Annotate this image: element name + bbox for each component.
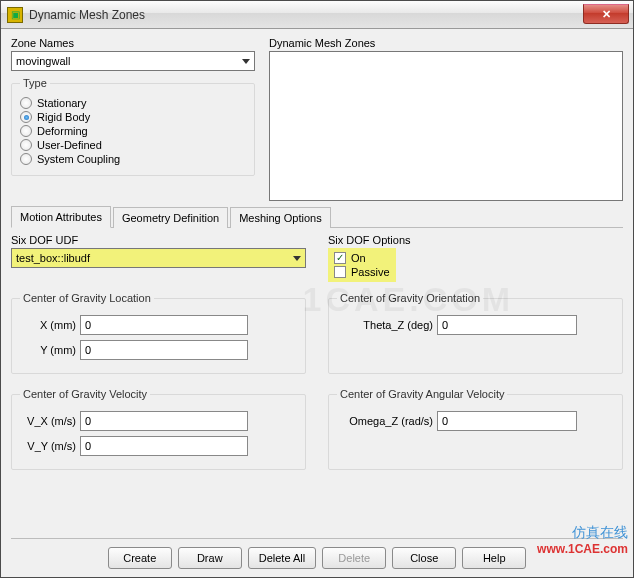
delete-button: Delete xyxy=(322,547,386,569)
cog-orientation-legend: Center of Gravity Orientation xyxy=(337,292,483,304)
type-option-user-defined[interactable]: User-Defined xyxy=(20,139,246,151)
dmz-listbox[interactable] xyxy=(269,51,623,201)
sixdof-udf-label: Six DOF UDF xyxy=(11,234,306,246)
cog-location-legend: Center of Gravity Location xyxy=(20,292,154,304)
type-option-stationary[interactable]: Stationary xyxy=(20,97,246,109)
close-icon: ✕ xyxy=(602,8,611,21)
help-button[interactable]: Help xyxy=(462,547,526,569)
radio-icon xyxy=(20,125,32,137)
chevron-down-icon xyxy=(293,256,301,261)
cog-location-group: Center of Gravity Location X (mm) Y (mm) xyxy=(11,292,306,374)
dmz-list-label: Dynamic Mesh Zones xyxy=(269,37,623,49)
tab-bar: Motion Attributes Geometry Definition Me… xyxy=(11,205,623,228)
draw-button[interactable]: Draw xyxy=(178,547,242,569)
chevron-down-icon xyxy=(242,59,250,64)
window-title: Dynamic Mesh Zones xyxy=(29,8,145,22)
type-option-label: User-Defined xyxy=(37,139,102,151)
cog-x-label: X (mm) xyxy=(20,319,76,331)
sixdof-passive-checkbox[interactable]: Passive xyxy=(334,266,390,278)
radio-icon xyxy=(20,97,32,109)
checkbox-icon xyxy=(334,266,346,278)
sixdof-options-label: Six DOF Options xyxy=(328,234,623,246)
tab-meshing-options[interactable]: Meshing Options xyxy=(230,207,331,228)
type-option-system-coupling[interactable]: System Coupling xyxy=(20,153,246,165)
tab-geometry-definition[interactable]: Geometry Definition xyxy=(113,207,228,228)
type-option-rigid-body[interactable]: Rigid Body xyxy=(20,111,246,123)
tab-page-motion-attributes: Six DOF UDF test_box::libudf Six DOF Opt… xyxy=(11,228,623,478)
type-option-label: Rigid Body xyxy=(37,111,90,123)
type-option-label: Deforming xyxy=(37,125,88,137)
cog-y-input[interactable] xyxy=(80,340,248,360)
vx-label: V_X (m/s) xyxy=(20,415,76,427)
button-bar: Create Draw Delete All Delete Close Help xyxy=(11,538,623,569)
cog-angular-velocity-legend: Center of Gravity Angular Velocity xyxy=(337,388,507,400)
cog-x-input[interactable] xyxy=(80,315,248,335)
radio-icon xyxy=(20,111,32,123)
delete-all-button[interactable]: Delete All xyxy=(248,547,316,569)
create-button[interactable]: Create xyxy=(108,547,172,569)
vy-label: V_Y (m/s) xyxy=(20,440,76,452)
vx-input[interactable] xyxy=(80,411,248,431)
type-option-deforming[interactable]: Deforming xyxy=(20,125,246,137)
theta-z-input[interactable] xyxy=(437,315,577,335)
zone-names-dropdown[interactable]: movingwall xyxy=(11,51,255,71)
omega-z-input[interactable] xyxy=(437,411,577,431)
type-option-label: System Coupling xyxy=(37,153,120,165)
cog-orientation-group: Center of Gravity Orientation Theta_Z (d… xyxy=(328,292,623,374)
sixdof-on-label: On xyxy=(351,252,366,264)
omega-z-label: Omega_Z (rad/s) xyxy=(337,415,433,427)
tab-motion-attributes[interactable]: Motion Attributes xyxy=(11,206,111,228)
type-legend: Type xyxy=(20,77,50,89)
zone-names-label: Zone Names xyxy=(11,37,255,49)
cog-velocity-legend: Center of Gravity Velocity xyxy=(20,388,150,400)
zone-names-value: movingwall xyxy=(16,55,70,67)
checkbox-icon xyxy=(334,252,346,264)
dialog-window: ▣ Dynamic Mesh Zones ✕ Zone Names moving… xyxy=(0,0,634,578)
radio-icon xyxy=(20,153,32,165)
type-option-label: Stationary xyxy=(37,97,87,109)
type-group: Type Stationary Rigid Body Deforming xyxy=(11,77,255,176)
close-dialog-button[interactable]: Close xyxy=(392,547,456,569)
cog-velocity-group: Center of Gravity Velocity V_X (m/s) V_Y… xyxy=(11,388,306,470)
radio-icon xyxy=(20,139,32,151)
app-icon: ▣ xyxy=(7,7,23,23)
cog-y-label: Y (mm) xyxy=(20,344,76,356)
sixdof-passive-label: Passive xyxy=(351,266,390,278)
title-bar[interactable]: ▣ Dynamic Mesh Zones ✕ xyxy=(1,1,633,29)
sixdof-udf-dropdown[interactable]: test_box::libudf xyxy=(11,248,306,268)
vy-input[interactable] xyxy=(80,436,248,456)
sixdof-udf-value: test_box::libudf xyxy=(16,252,90,264)
client-area: Zone Names movingwall Type Stationary Ri… xyxy=(1,29,633,577)
theta-z-label: Theta_Z (deg) xyxy=(337,319,433,331)
sixdof-on-checkbox[interactable]: On xyxy=(334,252,390,264)
close-button[interactable]: ✕ xyxy=(583,4,629,24)
cog-angular-velocity-group: Center of Gravity Angular Velocity Omega… xyxy=(328,388,623,470)
